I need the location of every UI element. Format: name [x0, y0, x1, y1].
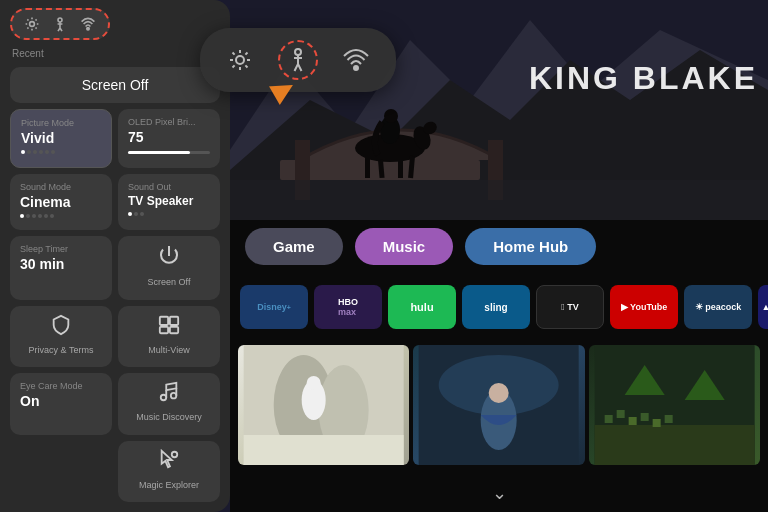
- accessibility-icon-small: [50, 14, 70, 34]
- svg-rect-7: [365, 158, 370, 178]
- app-disney[interactable]: Disney+: [240, 285, 308, 329]
- settings-panel: Recent Screen Off Picture Mode Vivid OLE…: [0, 0, 230, 512]
- svg-rect-32: [652, 419, 660, 427]
- svg-point-47: [172, 451, 178, 457]
- nav-tabs: Game Music Home Hub: [230, 228, 768, 265]
- svg-rect-27: [594, 425, 754, 465]
- music-discovery-label: Music Discovery: [136, 412, 202, 422]
- multiview-icon: [158, 314, 180, 341]
- picture-mode-card[interactable]: Picture Mode Vivid: [10, 109, 112, 168]
- eye-care-card[interactable]: Eye Care Mode On: [10, 373, 112, 435]
- picture-mode-label: Picture Mode: [21, 118, 101, 128]
- magic-explorer-label: Magic Explorer: [139, 480, 199, 490]
- app-sling[interactable]: sling: [462, 285, 530, 329]
- music-icon: [158, 381, 180, 408]
- eye-care-value: On: [20, 393, 102, 409]
- svg-rect-31: [640, 413, 648, 421]
- hero-title: KING BLAKE: [529, 60, 758, 97]
- svg-rect-29: [616, 410, 624, 418]
- svg-rect-41: [160, 326, 168, 332]
- screen-off-button[interactable]: Screen Off: [10, 67, 220, 103]
- multiview-card[interactable]: Multi-View: [118, 306, 220, 368]
- svg-rect-9: [398, 158, 403, 178]
- svg-point-14: [384, 109, 398, 123]
- screen-off-icon-card[interactable]: Screen Off: [118, 236, 220, 300]
- svg-point-38: [87, 28, 89, 30]
- svg-rect-19: [244, 435, 404, 465]
- gear-icon-small: [22, 14, 42, 34]
- sound-out-dots: [128, 212, 210, 216]
- cursor-icon: [158, 449, 180, 476]
- oled-value: 75: [128, 129, 210, 145]
- svg-rect-33: [664, 415, 672, 423]
- privacy-label: Privacy & Terms: [29, 345, 94, 355]
- app-apple[interactable]:  TV: [536, 285, 604, 329]
- wifi-icon-large[interactable]: [336, 40, 376, 80]
- sound-out-value: TV Speaker: [128, 194, 210, 208]
- app-paramount[interactable]: ▲Paramount+: [758, 285, 768, 329]
- recent-label: Recent: [10, 48, 220, 59]
- music-discovery-card[interactable]: Music Discovery: [118, 373, 220, 435]
- app-youtube[interactable]: ▶ YouTube: [610, 285, 678, 329]
- sound-out-label: Sound Out: [128, 182, 210, 192]
- svg-point-36: [30, 22, 35, 27]
- app-row: Disney+ HBOmax hulu sling  TV ▶ YouTube…: [230, 285, 768, 329]
- sleep-timer-label: Sleep Timer: [20, 244, 102, 254]
- oled-brightness-card[interactable]: OLED Pixel Bri... 75: [118, 109, 220, 168]
- thumbnail-2[interactable]: [413, 345, 584, 465]
- picture-mode-value: Vivid: [21, 130, 101, 146]
- multiview-label: Multi-View: [148, 345, 189, 355]
- sound-mode-dots: [20, 214, 102, 218]
- shield-icon: [50, 314, 72, 341]
- app-peacock[interactable]: ☀ peacock: [684, 285, 752, 329]
- svg-point-37: [58, 18, 62, 22]
- eye-care-label: Eye Care Mode: [20, 381, 102, 391]
- svg-point-50: [354, 66, 358, 70]
- sound-mode-card[interactable]: Sound Mode Cinema: [10, 174, 112, 231]
- tab-music[interactable]: Music: [355, 228, 454, 265]
- thumbnail-3[interactable]: [589, 345, 760, 465]
- svg-rect-15: [230, 180, 768, 220]
- thumbnail-1[interactable]: [238, 345, 409, 465]
- app-hbo[interactable]: HBOmax: [314, 285, 382, 329]
- thumbnail-row: [230, 345, 768, 465]
- floating-icon-bar: [200, 28, 396, 92]
- picture-mode-dots: [21, 150, 101, 154]
- svg-point-49: [295, 49, 301, 55]
- scroll-indicator[interactable]: ⌄: [492, 482, 507, 504]
- privacy-terms-card[interactable]: Privacy & Terms: [10, 306, 112, 368]
- svg-rect-28: [604, 415, 612, 423]
- svg-rect-39: [160, 316, 168, 324]
- power-icon: [157, 244, 181, 273]
- magic-explorer-card[interactable]: Magic Explorer: [118, 441, 220, 503]
- screen-off-icon-label: Screen Off: [148, 277, 191, 287]
- sound-mode-label: Sound Mode: [20, 182, 102, 192]
- settings-grid: Picture Mode Vivid OLED Pixel Bri... 75 …: [10, 109, 220, 502]
- top-icon-bar-small: [10, 8, 110, 40]
- oled-label: OLED Pixel Bri...: [128, 117, 210, 127]
- settings-icon-large[interactable]: [220, 40, 260, 80]
- svg-rect-42: [170, 326, 178, 332]
- sound-out-card[interactable]: Sound Out TV Speaker: [118, 174, 220, 231]
- svg-point-25: [489, 383, 509, 403]
- wifi-icon-small: [78, 14, 98, 34]
- svg-point-21: [307, 376, 321, 390]
- svg-point-48: [236, 56, 244, 64]
- svg-rect-40: [170, 316, 178, 324]
- tab-game[interactable]: Game: [245, 228, 343, 265]
- sound-mode-value: Cinema: [20, 194, 102, 210]
- svg-rect-30: [628, 417, 636, 425]
- tab-homehub[interactable]: Home Hub: [465, 228, 596, 265]
- sleep-timer-card[interactable]: Sleep Timer 30 min: [10, 236, 112, 300]
- app-hulu[interactable]: hulu: [388, 285, 456, 329]
- sleep-timer-value: 30 min: [20, 256, 102, 272]
